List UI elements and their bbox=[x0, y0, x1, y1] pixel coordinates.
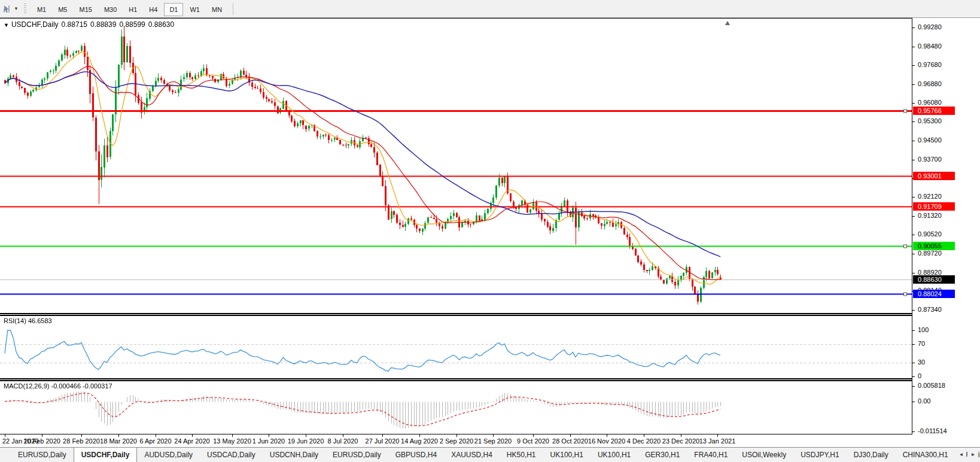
date-tick bbox=[81, 434, 82, 437]
timeframe-button-m15[interactable]: M15 bbox=[74, 3, 97, 16]
toolbar-dropdown-icon[interactable]: ▼ bbox=[14, 6, 19, 11]
price-tick-label: 0.97680 bbox=[918, 61, 942, 68]
date-tick bbox=[607, 434, 607, 437]
timeframe-toolbar: ▼ M1M5M15M30H1H4D1W1MN bbox=[0, 0, 980, 18]
axis-tick bbox=[912, 197, 915, 197]
timeframe-button-mn[interactable]: MN bbox=[206, 3, 227, 16]
date-label: 8 Jul 2020 bbox=[328, 437, 358, 445]
price-tick-label: 0.96080 bbox=[918, 99, 942, 106]
chart-tab-audusd-daily[interactable]: AUDUSD,Daily bbox=[137, 448, 200, 462]
timeframe-button-m1[interactable]: M1 bbox=[32, 3, 51, 16]
macd-chart-canvas[interactable] bbox=[0, 381, 912, 433]
rsi-label: RSI(14) 46.6583 bbox=[4, 317, 52, 324]
chart-tab-hk50-h1[interactable]: HK50,H1 bbox=[500, 448, 543, 462]
date-tick bbox=[269, 434, 269, 437]
timeframe-button-m30[interactable]: M30 bbox=[99, 3, 122, 16]
timeframe-button-h1[interactable]: H1 bbox=[123, 3, 142, 16]
tab-scroll-left-icon[interactable]: ◄ bbox=[956, 449, 966, 460]
axis-tick bbox=[912, 310, 915, 311]
timeframe-button-h4[interactable]: H4 bbox=[144, 3, 163, 16]
date-axis[interactable]: 22 Jan 202010 Feb 202028 Feb 202018 Mar … bbox=[0, 434, 980, 447]
price-tick-label: 0.89720 bbox=[918, 250, 942, 257]
macd-pane: MACD(12,26,9) -0.000466 -0.000317 bbox=[0, 381, 912, 434]
date-tick bbox=[343, 434, 343, 437]
date-label: 14 Aug 2020 bbox=[401, 437, 438, 445]
toolbar-grip[interactable] bbox=[24, 4, 26, 14]
chart-tab-fra40-h1[interactable]: FRA40,H1 bbox=[687, 448, 735, 462]
date-label: 10 Feb 2020 bbox=[23, 437, 60, 445]
ohlc-high: 0.88839 bbox=[90, 20, 116, 29]
tab-scroll-right-icon[interactable]: ► bbox=[968, 449, 978, 460]
axis-tick bbox=[912, 28, 915, 28]
current-price-badge: 0.88630 bbox=[913, 275, 955, 284]
axis-tick bbox=[912, 273, 915, 273]
axis-tick bbox=[912, 235, 915, 235]
macd-tick-label: -0.011514 bbox=[918, 427, 947, 434]
date-tick bbox=[382, 434, 383, 437]
chart-tab-xauusd-h4[interactable]: XAUUSD,H4 bbox=[444, 448, 500, 462]
price-tick-label: 0.92120 bbox=[918, 193, 942, 200]
date-tick bbox=[192, 434, 193, 437]
price-tick-label: 0.91320 bbox=[918, 212, 942, 219]
chart-tab-dj30-daily[interactable]: DJ30,Daily bbox=[847, 448, 896, 462]
ohlc-open: 0.88715 bbox=[62, 20, 87, 29]
candlestick-chart-canvas[interactable] bbox=[0, 19, 912, 313]
price-tick-label: 0.98480 bbox=[918, 42, 942, 50]
date-tick bbox=[533, 434, 534, 437]
date-label: 19 Jun 2020 bbox=[288, 437, 324, 445]
level-price-badge: 0.95766 bbox=[913, 107, 955, 115]
ohlc-low: 0.88599 bbox=[119, 20, 145, 29]
chart-tab-eurusd-daily[interactable]: EURUSD,Daily bbox=[11, 448, 74, 462]
axis-tick bbox=[912, 363, 915, 363]
chart-tab-gbpusd-h4[interactable]: GBPUSD,H4 bbox=[388, 448, 444, 462]
timeframe-button-m5[interactable]: M5 bbox=[53, 3, 72, 16]
chart-tab-usdcad-daily[interactable]: USDCAD,Daily bbox=[200, 448, 263, 462]
date-label: 18 Mar 2020 bbox=[100, 437, 137, 445]
rsi-tick-label: 30 bbox=[918, 358, 925, 366]
date-label: 28 Feb 2020 bbox=[63, 437, 100, 445]
date-label: 2 Sep 2020 bbox=[440, 437, 473, 445]
main-chart-pane: ▼USDCHF,Daily0.887150.888390.885990.8863… bbox=[0, 19, 912, 313]
rsi-tick-label: 0 bbox=[918, 372, 921, 379]
date-tick bbox=[156, 434, 156, 437]
chart-cursor-icon[interactable] bbox=[2, 4, 12, 14]
date-label: 23 Dec 2020 bbox=[662, 437, 699, 445]
price-tick-label: 0.99280 bbox=[918, 23, 942, 31]
axis-tick bbox=[912, 141, 915, 141]
date-label: 4 Dec 2020 bbox=[627, 437, 661, 445]
chart-tab-eurusd-daily[interactable]: EURUSD,Daily bbox=[325, 448, 388, 462]
chart-tab-china300-h1[interactable]: CHINA300,H1 bbox=[896, 448, 955, 462]
date-tick bbox=[118, 434, 119, 437]
price-axis[interactable]: 0.992800.984800.976800.968800.960800.953… bbox=[912, 18, 980, 434]
chart-tab-bar: EURUSD,DailyUSDCHF,DailyAUDUSD,DailyUSDC… bbox=[0, 447, 980, 462]
timeframe-button-d1[interactable]: D1 bbox=[164, 3, 183, 16]
chart-tab-usoil-weekly[interactable]: USOil,Weekly bbox=[735, 448, 793, 462]
chart-title: ▼USDCHF,Daily0.887150.888390.885990.8863… bbox=[4, 20, 177, 29]
rsi-pane: RSI(14) 46.6583 bbox=[0, 316, 912, 378]
rsi-chart-canvas[interactable] bbox=[0, 316, 912, 378]
price-tick-label: 0.94500 bbox=[918, 136, 942, 144]
chart-tab-ger30-h1[interactable]: GER30,H1 bbox=[638, 448, 687, 462]
date-label: 24 Apr 2020 bbox=[174, 437, 209, 445]
level-price-badge: 0.88024 bbox=[913, 290, 955, 298]
chart-tab-usdchf-daily[interactable]: USDCHF,Daily bbox=[74, 447, 138, 462]
chart-tab-uk100-h1[interactable]: UK100,H1 bbox=[543, 448, 591, 462]
macd-tick-label: 0.00 bbox=[918, 397, 930, 405]
macd-label: MACD(12,26,9) -0.000466 -0.000317 bbox=[4, 382, 112, 390]
price-tick-label: 0.90520 bbox=[918, 230, 942, 238]
timeframe-button-w1[interactable]: W1 bbox=[184, 3, 205, 16]
date-label: 13 Jan 2021 bbox=[699, 437, 736, 445]
chart-tab-usdcnh-daily[interactable]: USDCNH,Daily bbox=[263, 448, 325, 462]
axis-tick bbox=[912, 431, 915, 432]
chart-tab-usdjpy-h1[interactable]: USDJPY,H1 bbox=[793, 448, 846, 462]
axis-tick bbox=[912, 216, 915, 217]
axis-tick bbox=[912, 344, 915, 345]
price-tick-label: 0.88920 bbox=[918, 269, 942, 276]
date-tick bbox=[42, 434, 42, 437]
date-label: 13 May 2020 bbox=[213, 437, 251, 445]
chart-dropdown-icon[interactable]: ▼ bbox=[4, 22, 9, 28]
date-label: 27 Jul 2020 bbox=[366, 437, 400, 445]
date-label: 9 Oct 2020 bbox=[517, 437, 549, 445]
chart-tab-uk100-h1[interactable]: UK100,H1 bbox=[591, 448, 638, 462]
date-tick bbox=[570, 434, 571, 437]
